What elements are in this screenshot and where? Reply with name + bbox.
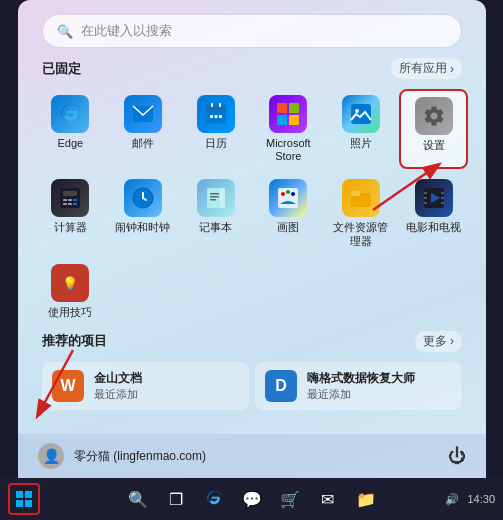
mail-icon — [124, 95, 162, 133]
wps-icon: W — [52, 370, 84, 402]
svg-rect-16 — [63, 199, 67, 201]
rec-item-wps[interactable]: W金山文档最近添加 — [42, 362, 249, 410]
svg-rect-41 — [441, 197, 444, 199]
start-menu: 🔍 在此键入以搜索 已固定 所有应用 › Edge邮件日历Microsoft S… — [18, 0, 486, 478]
chevron-right-icon: › — [450, 334, 454, 348]
paint-label: 画图 — [277, 221, 299, 234]
app-clock[interactable]: 闹钟和时钟 — [109, 173, 178, 253]
svg-rect-18 — [73, 199, 77, 201]
more-button[interactable]: 更多 › — [415, 331, 462, 352]
power-icon: ⏻ — [448, 446, 466, 467]
bottom-bar: 👤 零分猫 (lingfenmao.com) ⏻ — [18, 434, 486, 478]
svg-rect-53 — [25, 500, 32, 507]
taskbar-mail[interactable]: ✉ — [312, 483, 344, 515]
app-calendar[interactable]: 日历 — [181, 89, 250, 169]
explorer-label: 文件资源管理器 — [331, 221, 392, 247]
app-explorer[interactable]: 文件资源管理器 — [327, 173, 396, 253]
svg-point-31 — [281, 192, 285, 196]
svg-rect-8 — [277, 103, 287, 113]
explorer-icon — [342, 179, 380, 217]
tips-icon: 💡 — [51, 264, 89, 302]
power-button[interactable]: ⏻ — [448, 446, 466, 467]
svg-rect-11 — [289, 115, 299, 125]
store-icon — [269, 95, 307, 133]
search-placeholder: 在此键入以搜索 — [81, 22, 172, 40]
app-tips[interactable]: 💡使用技巧 — [36, 258, 105, 325]
avatar: 👤 — [38, 443, 64, 469]
recommended-title: 推荐的项目 — [42, 332, 107, 350]
app-film[interactable]: 电影和电视 — [399, 173, 468, 253]
svg-point-33 — [291, 192, 295, 196]
system-tray[interactable]: 🔊 — [445, 493, 459, 506]
taskbar-search[interactable]: 🔍 — [122, 483, 154, 515]
taskbar-center: 🔍 ❐ 💬 🛒 ✉ 📁 — [122, 483, 382, 515]
chevron-right-icon: › — [450, 62, 454, 76]
store-label: Microsoft Store — [258, 137, 319, 163]
svg-rect-21 — [73, 203, 77, 205]
calc-label: 计算器 — [54, 221, 87, 234]
taskbar-edge[interactable] — [198, 483, 230, 515]
app-mail[interactable]: 邮件 — [109, 89, 178, 169]
taskbar-taskview[interactable]: ❐ — [160, 483, 192, 515]
wps-name: 金山文档 — [94, 370, 142, 387]
svg-point-13 — [355, 109, 359, 113]
svg-rect-19 — [63, 203, 67, 205]
svg-rect-7 — [219, 115, 222, 118]
svg-rect-15 — [63, 191, 77, 196]
app-calc[interactable]: 计算器 — [36, 173, 105, 253]
app-photos[interactable]: 照片 — [327, 89, 396, 169]
taskbar-chat[interactable]: 💬 — [236, 483, 268, 515]
calc-icon — [51, 179, 89, 217]
photos-icon — [342, 95, 380, 133]
recommended-items: W金山文档最近添加D嗨格式数据恢复大师最近添加 — [42, 362, 462, 410]
rec-item-drrecovery[interactable]: D嗨格式数据恢复大师最近添加 — [255, 362, 462, 410]
svg-rect-40 — [424, 197, 427, 199]
drrecovery-sub: 最近添加 — [307, 387, 415, 402]
recommended-header: 推荐的项目 更多 › — [42, 331, 462, 352]
app-paint[interactable]: 画图 — [254, 173, 323, 253]
user-info[interactable]: 👤 零分猫 (lingfenmao.com) — [38, 443, 206, 469]
svg-rect-38 — [424, 192, 427, 194]
svg-rect-42 — [424, 202, 427, 204]
pinned-header: 已固定 所有应用 › — [18, 58, 486, 79]
calendar-icon — [197, 95, 235, 133]
notepad-icon — [197, 179, 235, 217]
svg-rect-26 — [210, 193, 219, 195]
app-edge[interactable]: Edge — [36, 89, 105, 169]
app-settings[interactable]: 设置 — [399, 89, 468, 169]
pinned-apps-grid: Edge邮件日历Microsoft Store照片设置计算器闹钟和时钟记事本画图… — [18, 89, 486, 325]
svg-rect-3 — [211, 103, 213, 107]
app-notepad[interactable]: 记事本 — [181, 173, 250, 253]
windows-icon — [16, 491, 32, 507]
svg-rect-52 — [16, 500, 23, 507]
svg-point-32 — [286, 190, 290, 194]
edge-icon — [51, 95, 89, 133]
svg-rect-2 — [206, 105, 226, 112]
svg-rect-17 — [68, 199, 72, 201]
taskbar: 🔍 ❐ 💬 🛒 ✉ 📁 🔊 14:30 — [0, 478, 503, 520]
calendar-label: 日历 — [205, 137, 227, 150]
svg-rect-50 — [16, 491, 23, 498]
start-button[interactable] — [8, 483, 40, 515]
clock-icon — [124, 179, 162, 217]
svg-rect-51 — [25, 491, 32, 498]
svg-rect-20 — [68, 203, 72, 205]
clock: 14:30 — [467, 493, 495, 505]
paint-icon — [269, 179, 307, 217]
pinned-title: 已固定 — [42, 60, 81, 78]
svg-rect-39 — [441, 192, 444, 194]
svg-rect-10 — [277, 115, 287, 125]
app-store[interactable]: Microsoft Store — [254, 89, 323, 169]
search-icon: 🔍 — [57, 24, 73, 39]
svg-rect-12 — [351, 104, 371, 124]
taskbar-left — [8, 483, 40, 515]
all-apps-button[interactable]: 所有应用 › — [391, 58, 462, 79]
taskbar-explorer[interactable]: 📁 — [350, 483, 382, 515]
search-bar[interactable]: 🔍 在此键入以搜索 — [42, 14, 462, 48]
taskbar-store[interactable]: 🛒 — [274, 483, 306, 515]
photos-label: 照片 — [350, 137, 372, 150]
svg-rect-43 — [441, 202, 444, 204]
svg-rect-6 — [214, 115, 217, 118]
svg-rect-9 — [289, 103, 299, 113]
svg-rect-5 — [210, 115, 213, 118]
